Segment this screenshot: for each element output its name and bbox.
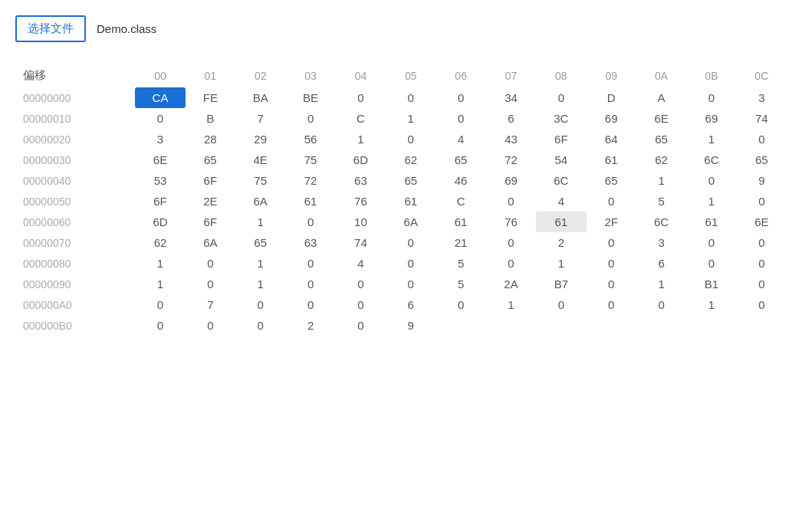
hex-cell[interactable]: 0 bbox=[587, 253, 636, 274]
hex-cell[interactable]: 6D bbox=[135, 212, 185, 232]
hex-cell[interactable]: 63 bbox=[336, 170, 386, 191]
hex-cell[interactable]: 0 bbox=[486, 253, 536, 274]
hex-cell[interactable]: 3 bbox=[636, 232, 686, 253]
choose-file-button[interactable]: 选择文件 bbox=[15, 15, 86, 42]
hex-cell[interactable]: 72 bbox=[285, 170, 335, 191]
hex-cell[interactable]: 65 bbox=[386, 170, 436, 191]
hex-cell[interactable]: 9 bbox=[386, 315, 436, 336]
hex-cell[interactable]: 9 bbox=[737, 170, 787, 191]
hex-cell[interactable]: 5 bbox=[436, 253, 485, 274]
hex-cell[interactable] bbox=[536, 315, 586, 336]
hex-cell[interactable]: 0 bbox=[686, 232, 736, 253]
hex-cell[interactable]: 0 bbox=[336, 294, 386, 315]
hex-cell[interactable]: 4E bbox=[235, 149, 285, 170]
hex-cell[interactable]: 3 bbox=[135, 129, 185, 149]
hex-cell[interactable]: 6C bbox=[636, 212, 686, 232]
hex-cell[interactable]: 0 bbox=[737, 232, 787, 253]
hex-cell[interactable]: 0 bbox=[686, 170, 736, 191]
hex-cell[interactable]: 6C bbox=[536, 170, 586, 191]
hex-cell[interactable]: 6A bbox=[386, 212, 436, 232]
hex-cell[interactable]: C bbox=[336, 108, 386, 129]
hex-cell[interactable]: 6D bbox=[336, 149, 386, 170]
hex-cell[interactable]: 65 bbox=[587, 170, 636, 191]
hex-cell[interactable]: 0 bbox=[436, 87, 485, 108]
hex-cell[interactable]: 0 bbox=[486, 232, 536, 253]
hex-cell[interactable]: 0 bbox=[285, 212, 335, 232]
hex-cell[interactable]: BA bbox=[235, 87, 285, 108]
hex-cell[interactable]: 72 bbox=[486, 149, 536, 170]
hex-cell[interactable]: 46 bbox=[436, 170, 485, 191]
hex-cell[interactable]: 28 bbox=[186, 129, 235, 149]
hex-cell[interactable]: 76 bbox=[486, 212, 536, 232]
hex-cell[interactable]: 76 bbox=[336, 191, 386, 212]
hex-cell[interactable]: 1 bbox=[686, 129, 736, 149]
hex-cell[interactable]: 0 bbox=[587, 274, 636, 294]
hex-cell[interactable]: 0 bbox=[285, 294, 335, 315]
hex-cell[interactable]: 65 bbox=[636, 129, 686, 149]
hex-cell[interactable] bbox=[436, 315, 485, 336]
hex-cell[interactable]: 6C bbox=[686, 149, 736, 170]
hex-cell[interactable]: 75 bbox=[235, 170, 285, 191]
hex-cell[interactable]: 0 bbox=[186, 253, 235, 274]
hex-cell[interactable]: 6 bbox=[486, 108, 536, 129]
hex-cell[interactable]: 65 bbox=[436, 149, 485, 170]
hex-cell[interactable]: 4 bbox=[536, 191, 586, 212]
hex-cell[interactable]: 1 bbox=[336, 129, 386, 149]
hex-cell[interactable]: 6E bbox=[636, 108, 686, 129]
hex-cell[interactable]: 0 bbox=[285, 253, 335, 274]
hex-cell[interactable]: 62 bbox=[386, 149, 436, 170]
hex-cell[interactable]: 7 bbox=[186, 294, 235, 315]
hex-cell[interactable]: 1 bbox=[686, 191, 736, 212]
hex-cell[interactable]: 0 bbox=[587, 191, 636, 212]
hex-cell[interactable] bbox=[636, 315, 686, 336]
hex-cell[interactable]: 5 bbox=[636, 191, 686, 212]
hex-cell[interactable]: 1 bbox=[135, 274, 185, 294]
hex-cell[interactable]: A bbox=[636, 87, 686, 108]
hex-cell[interactable]: 64 bbox=[587, 129, 636, 149]
hex-cell[interactable]: 1 bbox=[135, 253, 185, 274]
hex-cell[interactable]: 6F bbox=[186, 212, 235, 232]
hex-cell[interactable]: 0 bbox=[386, 87, 436, 108]
hex-cell[interactable]: 61 bbox=[536, 212, 586, 232]
hex-cell[interactable]: 6 bbox=[386, 294, 436, 315]
hex-cell[interactable]: 1 bbox=[636, 274, 686, 294]
hex-cell[interactable]: 54 bbox=[536, 149, 586, 170]
hex-cell[interactable]: 2A bbox=[486, 274, 536, 294]
hex-cell[interactable]: 43 bbox=[486, 129, 536, 149]
hex-cell[interactable]: 0 bbox=[285, 274, 335, 294]
hex-cell[interactable]: 4 bbox=[436, 129, 485, 149]
hex-cell[interactable]: 62 bbox=[135, 232, 185, 253]
hex-cell[interactable]: 61 bbox=[386, 191, 436, 212]
hex-cell[interactable]: 75 bbox=[285, 149, 335, 170]
hex-cell[interactable]: 6F bbox=[186, 170, 235, 191]
hex-cell[interactable]: 0 bbox=[436, 108, 485, 129]
hex-cell[interactable]: 1 bbox=[235, 253, 285, 274]
hex-cell[interactable]: 65 bbox=[186, 149, 235, 170]
hex-cell[interactable]: 3C bbox=[536, 108, 586, 129]
hex-cell[interactable]: D bbox=[587, 87, 636, 108]
hex-cell[interactable]: 0 bbox=[686, 87, 736, 108]
hex-cell[interactable]: 21 bbox=[436, 232, 485, 253]
hex-cell[interactable]: 0 bbox=[536, 87, 586, 108]
hex-cell[interactable]: 0 bbox=[536, 294, 586, 315]
hex-cell[interactable]: 34 bbox=[486, 87, 536, 108]
hex-cell[interactable]: 1 bbox=[235, 274, 285, 294]
hex-cell[interactable]: 2 bbox=[285, 315, 335, 336]
hex-cell[interactable]: 61 bbox=[587, 149, 636, 170]
hex-cell[interactable]: 0 bbox=[386, 129, 436, 149]
hex-cell[interactable]: 6F bbox=[135, 191, 185, 212]
hex-cell[interactable]: 0 bbox=[686, 253, 736, 274]
hex-cell[interactable]: FE bbox=[186, 87, 235, 108]
hex-cell[interactable]: 4 bbox=[336, 253, 386, 274]
hex-cell[interactable]: 0 bbox=[386, 253, 436, 274]
hex-cell[interactable]: 2 bbox=[536, 232, 586, 253]
hex-cell[interactable]: 65 bbox=[737, 149, 787, 170]
hex-cell[interactable]: 62 bbox=[636, 149, 686, 170]
hex-cell[interactable]: 7 bbox=[235, 108, 285, 129]
hex-cell[interactable]: 3 bbox=[737, 87, 787, 108]
hex-cell[interactable]: 63 bbox=[285, 232, 335, 253]
hex-cell[interactable]: BE bbox=[285, 87, 335, 108]
hex-cell[interactable]: B1 bbox=[686, 274, 736, 294]
hex-cell[interactable]: 0 bbox=[587, 232, 636, 253]
hex-cell[interactable]: 1 bbox=[486, 294, 536, 315]
